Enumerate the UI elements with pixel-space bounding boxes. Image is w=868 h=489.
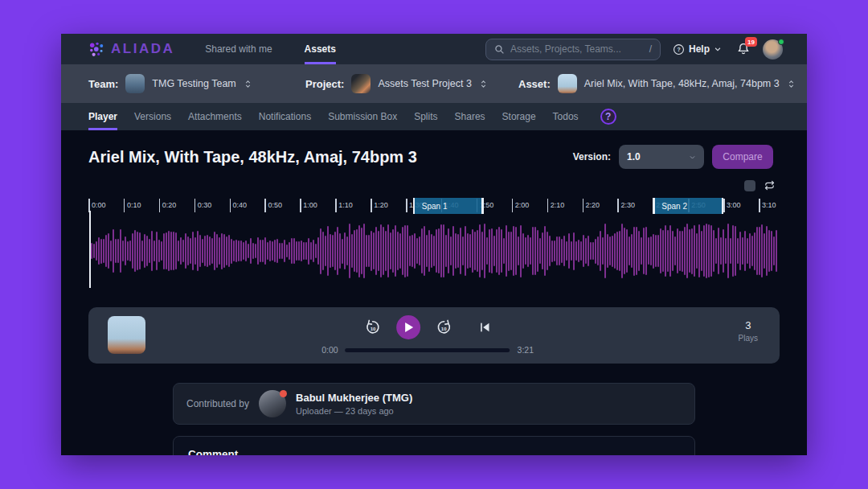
waveform-bar bbox=[402, 227, 403, 274]
waveform-bar bbox=[250, 238, 252, 264]
waveform-bar bbox=[144, 234, 145, 268]
waveform-bar bbox=[219, 237, 220, 265]
span-handle-left[interactable] bbox=[653, 198, 655, 214]
waveform-bar bbox=[448, 228, 449, 274]
waveform[interactable] bbox=[91, 216, 779, 286]
contributor-avatar[interactable] bbox=[259, 390, 286, 417]
notifications-button[interactable]: 19 bbox=[736, 42, 751, 56]
help-menu[interactable]: ? Help bbox=[673, 43, 722, 55]
global-search[interactable]: / bbox=[485, 39, 661, 60]
progress-bar[interactable] bbox=[346, 348, 510, 352]
waveform-bar bbox=[298, 241, 300, 261]
waveform-bar bbox=[645, 227, 647, 274]
loop-checkbox[interactable] bbox=[744, 180, 755, 191]
page-help-button[interactable]: ? bbox=[600, 109, 616, 125]
waveform-bar bbox=[322, 232, 324, 270]
tab-submission-box[interactable]: Submission Box bbox=[328, 103, 397, 130]
page-title: Ariel Mix, With Tape, 48kHz, Amaj, 74bpm… bbox=[88, 148, 417, 166]
span-handle-left[interactable] bbox=[413, 198, 416, 214]
waveform-bar bbox=[653, 234, 654, 269]
waveform-bar bbox=[301, 240, 302, 261]
waveform-bar bbox=[600, 231, 601, 271]
repeat-icon[interactable] bbox=[764, 179, 776, 191]
svg-text:10: 10 bbox=[371, 325, 376, 331]
skip-to-start-button[interactable] bbox=[478, 321, 491, 334]
waveform-bar bbox=[327, 226, 329, 276]
nav-tab-assets[interactable]: Assets bbox=[305, 34, 336, 64]
waveform-bar bbox=[132, 233, 133, 269]
tab-player[interactable]: Player bbox=[88, 103, 117, 130]
waveform-bar bbox=[161, 241, 162, 261]
team-selector[interactable]: Team: TMG Testing Team bbox=[88, 64, 252, 103]
span-handle-right[interactable] bbox=[481, 198, 484, 214]
waveform-bar bbox=[248, 244, 249, 258]
tab-notifications[interactable]: Notifications bbox=[259, 103, 311, 130]
waveform-bar bbox=[168, 231, 170, 270]
contributor-status-dot bbox=[280, 390, 287, 397]
waveform-bar bbox=[166, 232, 167, 269]
waveform-bar bbox=[556, 236, 558, 266]
rewind-10-button[interactable]: 10 bbox=[364, 319, 381, 336]
aliada-logo[interactable]: ALIADA bbox=[88, 41, 174, 58]
team-label: Team: bbox=[88, 78, 118, 90]
waveform-bar bbox=[337, 227, 338, 275]
project-selector[interactable]: Project: Assets Test Project 3 bbox=[305, 64, 488, 103]
waveform-bar bbox=[761, 224, 763, 277]
waveform-bar bbox=[513, 226, 514, 276]
comment-card: Comment bbox=[173, 436, 695, 455]
waveform-bar bbox=[571, 241, 572, 261]
timeline-span-1[interactable]: Span 1 bbox=[413, 198, 484, 214]
waveform-bar bbox=[742, 237, 743, 265]
tab-storage[interactable]: Storage bbox=[502, 103, 536, 130]
asset-value[interactable]: Ariel Mix, With Tape, 48kHz, Amaj, 74bpm… bbox=[584, 78, 780, 89]
contributed-by-label: Contributed by bbox=[186, 398, 249, 409]
waveform-bar bbox=[713, 230, 714, 272]
waveform-bar bbox=[474, 232, 476, 271]
waveform-bar bbox=[585, 238, 587, 265]
tab-todos[interactable]: Todos bbox=[553, 103, 579, 130]
waveform-bar bbox=[113, 229, 114, 272]
waveform-bar bbox=[501, 229, 502, 272]
asset-selector[interactable]: Asset: Ariel Mix, With Tape, 48kHz, Amaj… bbox=[518, 64, 796, 103]
waveform-bar bbox=[619, 231, 620, 271]
waveform-bar bbox=[264, 237, 266, 265]
selector-updown-icon bbox=[244, 79, 252, 89]
chevron-down-icon bbox=[689, 154, 696, 161]
timeline-ruler[interactable]: 0:000:100:200:300:400:501:001:101:201:30… bbox=[88, 198, 781, 214]
search-icon bbox=[494, 44, 505, 55]
waveform-bar bbox=[489, 229, 490, 272]
play-icon bbox=[406, 323, 414, 332]
forward-10-button[interactable]: 10 bbox=[436, 319, 452, 336]
project-value[interactable]: Assets Test Project 3 bbox=[378, 78, 472, 89]
tick-mark bbox=[371, 199, 372, 212]
waveform-bar bbox=[279, 243, 280, 260]
waveform-bar bbox=[445, 235, 447, 267]
waveform-bar bbox=[723, 229, 724, 273]
tab-versions[interactable]: Versions bbox=[134, 103, 171, 130]
waveform-bar bbox=[669, 225, 671, 277]
tab-attachments[interactable]: Attachments bbox=[188, 103, 242, 130]
waveform-bar bbox=[315, 244, 317, 257]
compare-button[interactable]: Compare bbox=[712, 145, 773, 169]
version-dropdown[interactable]: 1.0 bbox=[619, 145, 704, 169]
waveform-bar bbox=[192, 232, 194, 269]
waveform-bar bbox=[284, 240, 285, 263]
waveform-bar bbox=[274, 240, 276, 263]
team-value[interactable]: TMG Testing Team bbox=[152, 78, 235, 89]
waveform-bar bbox=[679, 231, 681, 271]
tab-shares[interactable]: Shares bbox=[455, 103, 485, 130]
span-handle-right[interactable] bbox=[722, 198, 724, 214]
waveform-bar bbox=[93, 244, 95, 258]
nav-tab-shared-with-me[interactable]: Shared with me bbox=[205, 34, 272, 64]
play-button[interactable] bbox=[396, 315, 420, 339]
tab-splits[interactable]: Splits bbox=[414, 103, 437, 130]
search-input[interactable] bbox=[510, 43, 644, 55]
primary-nav: Shared with meAssets bbox=[205, 34, 336, 64]
waveform-bar bbox=[566, 241, 567, 261]
desktop-background: ALIADA Shared with meAssets / ? Help bbox=[0, 0, 868, 489]
waveform-bar bbox=[648, 237, 649, 264]
waveform-bar bbox=[351, 234, 353, 268]
waveform-bar bbox=[103, 239, 104, 263]
user-avatar[interactable] bbox=[763, 39, 783, 60]
timeline-span-2[interactable]: Span 2 bbox=[653, 198, 723, 214]
